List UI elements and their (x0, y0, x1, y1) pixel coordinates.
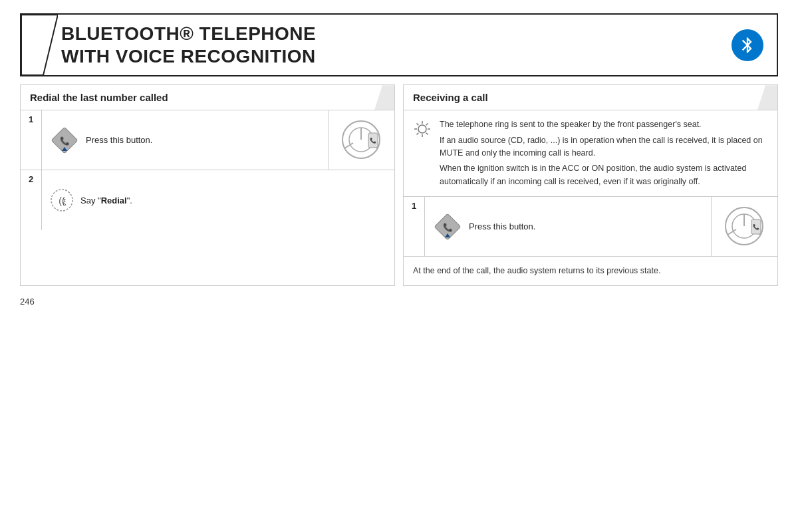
info-sun-icon (413, 120, 432, 138)
step-number-1: 1 (21, 110, 42, 170)
right-info-text: The telephone ring is sent to the speake… (440, 118, 768, 188)
svg-marker-0 (21, 15, 58, 75)
right-step-1-image: 📞 (711, 197, 777, 256)
redial-word: Redial (101, 196, 127, 205)
svg-line-22 (417, 133, 419, 135)
header-notch-right (757, 85, 777, 110)
svg-line-19 (417, 124, 419, 126)
left-section-header: Redial the last number called (21, 85, 394, 110)
step-1-content: 📞 Press this button. (42, 110, 394, 170)
left-step-2: 2 (( ξ Say "Redial". (21, 170, 394, 230)
svg-text:📞: 📞 (60, 136, 70, 146)
receive-call-button-icon: 📞 (433, 212, 462, 241)
right-section-header: Receiving a call (404, 85, 777, 110)
svg-text:📞: 📞 (443, 222, 453, 232)
step-1-image: 📞 (328, 110, 394, 170)
svg-text:📞: 📞 (753, 223, 759, 230)
page-title: BLUETOOTH® TELEPHONE WITH VOICE RECOGNIT… (61, 23, 316, 67)
steering-wheel-svg-2: 📞 (720, 205, 769, 248)
right-step-1: 1 📞 Press this button. (404, 197, 777, 257)
content-columns: Redial the last number called 1 📞 (20, 84, 778, 286)
step-2-text: Say "Redial". (80, 196, 132, 205)
right-step-1-text: Press this button. (469, 221, 535, 231)
right-footer-row: At the end of the call, the audio system… (404, 257, 777, 285)
svg-point-14 (418, 125, 426, 133)
page-header: BLUETOOTH® TELEPHONE WITH VOICE RECOGNIT… (20, 13, 778, 76)
header-notch-left (374, 85, 394, 110)
right-step-1-content: 📞 Press this button. (425, 197, 777, 256)
step-number-2: 2 (21, 170, 42, 230)
right-footer-text: At the end of the call, the audio system… (413, 266, 660, 275)
right-info-row: The telephone ring is sent to the speake… (404, 110, 777, 197)
svg-text:📞: 📞 (370, 137, 376, 144)
step-1-text-area: 📞 Press this button. (42, 110, 328, 170)
svg-text:ξ: ξ (63, 198, 66, 206)
step-2-text-area: (( ξ Say "Redial". (42, 170, 394, 230)
page-wrapper: BLUETOOTH® TELEPHONE WITH VOICE RECOGNIT… (0, 0, 798, 327)
bluetooth-icon (732, 29, 763, 61)
svg-line-20 (426, 133, 428, 135)
step-1-text: Press this button. (86, 135, 152, 145)
right-step-number-1: 1 (404, 197, 425, 256)
right-column: Receiving a call The telephone ri (403, 84, 778, 286)
svg-line-21 (426, 124, 428, 126)
steering-wheel-svg-1: 📞 (336, 118, 386, 162)
voice-icon: (( ξ (50, 188, 74, 212)
right-step-1-text-area: 📞 Press this button. (425, 197, 711, 256)
left-column: Redial the last number called 1 📞 (20, 84, 395, 286)
page-number: 246 (20, 297, 778, 307)
header-diagonal-decoration (21, 15, 58, 75)
left-step-1: 1 📞 Press this button. (21, 110, 394, 170)
redial-button-icon: 📞 (50, 126, 79, 155)
